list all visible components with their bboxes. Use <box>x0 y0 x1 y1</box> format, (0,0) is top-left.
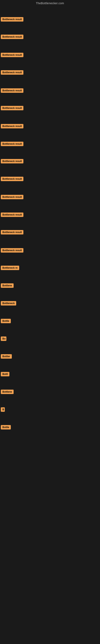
bottleneck-badge-4[interactable]: Bottleneck result <box>1 70 23 75</box>
badge-wrapper-15: Bottleneck re <box>1 266 19 271</box>
badges-container: Bottleneck resultBottleneck resultBottle… <box>0 6 100 644</box>
bottleneck-badge-13[interactable]: Bottleneck result <box>1 230 23 234</box>
page-wrapper: TheBottlenecker.com Bottleneck resultBot… <box>0 0 100 644</box>
bottleneck-badge-15[interactable]: Bottleneck re <box>1 266 19 270</box>
bottleneck-badge-16[interactable]: Bottlene <box>1 283 14 288</box>
bottleneck-badge-11[interactable]: Bottleneck result <box>1 195 23 199</box>
badge-wrapper-5: Bottleneck result <box>1 88 23 94</box>
badge-wrapper-16: Bottlene <box>1 283 14 288</box>
badge-wrapper-4: Bottleneck result <box>1 70 23 76</box>
badge-wrapper-1: Bottleneck result <box>1 17 23 22</box>
bottleneck-badge-20[interactable]: Bottler <box>1 354 12 359</box>
badge-wrapper-8: Bottleneck result <box>1 142 23 147</box>
bottleneck-badge-3[interactable]: Bottleneck result <box>1 53 23 57</box>
badge-wrapper-12: Bottleneck result <box>1 212 23 218</box>
bottleneck-badge-10[interactable]: Bottleneck result <box>1 177 23 181</box>
badge-wrapper-10: Bottleneck result <box>1 177 23 182</box>
bottleneck-badge-24[interactable]: Bottle <box>1 425 11 430</box>
badge-wrapper-6: Bottleneck result <box>1 106 23 111</box>
bottleneck-badge-19[interactable]: Bo <box>1 336 6 341</box>
badge-wrapper-22: Bottlene <box>1 390 14 395</box>
bottleneck-badge-1[interactable]: Bottleneck result <box>1 17 23 22</box>
badge-wrapper-21: Bottl <box>1 372 9 377</box>
bottleneck-badge-17[interactable]: Bottleneck <box>1 301 16 306</box>
badge-wrapper-24: Bottle <box>1 425 11 430</box>
badge-wrapper-14: Bottleneck result <box>1 248 23 253</box>
bottleneck-badge-22[interactable]: Bottlene <box>1 390 14 394</box>
badge-wrapper-9: Bottleneck result <box>1 159 23 164</box>
bottleneck-badge-8[interactable]: Bottleneck result <box>1 142 23 146</box>
badge-wrapper-18: Bottle <box>1 319 11 324</box>
bottleneck-badge-23[interactable]: B <box>1 407 5 412</box>
bottleneck-badge-21[interactable]: Bottl <box>1 372 9 376</box>
badge-wrapper-23: B <box>1 407 5 412</box>
badge-wrapper-13: Bottleneck result <box>1 230 23 235</box>
badge-wrapper-3: Bottleneck result <box>1 53 23 58</box>
bottleneck-badge-6[interactable]: Bottleneck result <box>1 106 23 110</box>
badge-wrapper-7: Bottleneck result <box>1 124 23 129</box>
badge-wrapper-19: Bo <box>1 336 6 342</box>
badge-wrapper-11: Bottleneck result <box>1 195 23 200</box>
bottleneck-badge-14[interactable]: Bottleneck result <box>1 248 23 252</box>
bottleneck-badge-5[interactable]: Bottleneck result <box>1 88 23 93</box>
badge-wrapper-2: Bottleneck result <box>1 34 23 40</box>
site-title: TheBottlenecker.com <box>0 0 100 6</box>
badge-wrapper-20: Bottler <box>1 354 12 360</box>
badge-wrapper-17: Bottleneck <box>1 301 16 306</box>
bottleneck-badge-18[interactable]: Bottle <box>1 319 11 323</box>
bottleneck-badge-7[interactable]: Bottleneck result <box>1 124 23 128</box>
bottleneck-badge-9[interactable]: Bottleneck result <box>1 159 23 164</box>
bottleneck-badge-2[interactable]: Bottleneck result <box>1 34 23 39</box>
bottleneck-badge-12[interactable]: Bottleneck result <box>1 212 23 217</box>
